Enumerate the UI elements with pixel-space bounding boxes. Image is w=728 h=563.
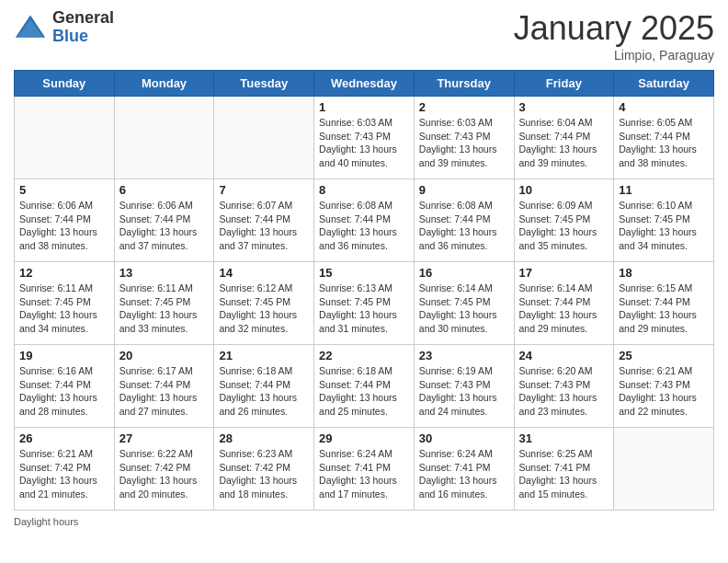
cell-info: Sunrise: 6:18 AMSunset: 7:44 PMDaylight:… [219, 364, 309, 419]
calendar-cell: 31Sunrise: 6:25 AMSunset: 7:41 PMDayligh… [514, 428, 614, 511]
cell-info: Sunrise: 6:25 AMSunset: 7:41 PMDaylight:… [519, 447, 609, 501]
week-row-2: 5Sunrise: 6:06 AMSunset: 7:44 PMDaylight… [15, 179, 714, 262]
cell-date: 24 [519, 349, 609, 362]
week-row-1: 1Sunrise: 6:03 AMSunset: 7:43 PMDaylight… [15, 97, 714, 179]
cell-date: 3 [519, 100, 609, 114]
footer: Daylight hours [14, 516, 714, 527]
day-header-tuesday: Tuesday [214, 71, 314, 97]
cell-info: Sunrise: 6:08 AMSunset: 7:44 PMDaylight:… [319, 199, 409, 253]
calendar-cell: 14Sunrise: 6:12 AMSunset: 7:45 PMDayligh… [214, 262, 314, 345]
svg-marker-1 [17, 19, 44, 38]
calendar-cell: 13Sunrise: 6:11 AMSunset: 7:45 PMDayligh… [114, 262, 214, 345]
week-row-4: 19Sunrise: 6:16 AMSunset: 7:44 PMDayligh… [15, 345, 714, 428]
cell-info: Sunrise: 6:11 AMSunset: 7:45 PMDaylight:… [19, 282, 109, 336]
cell-date: 27 [119, 431, 210, 445]
calendar-cell: 19Sunrise: 6:16 AMSunset: 7:44 PMDayligh… [15, 345, 115, 428]
cell-info: Sunrise: 6:11 AMSunset: 7:45 PMDaylight:… [119, 282, 210, 336]
logo-blue-text: Blue [52, 28, 114, 46]
days-header-row: SundayMondayTuesdayWednesdayThursdayFrid… [15, 71, 714, 97]
cell-info: Sunrise: 6:06 AMSunset: 7:44 PMDaylight:… [19, 199, 109, 253]
calendar-cell: 16Sunrise: 6:14 AMSunset: 7:45 PMDayligh… [414, 262, 514, 345]
cell-date: 5 [19, 183, 109, 197]
cell-date: 1 [319, 100, 409, 114]
cell-date: 13 [119, 266, 210, 280]
title-area: January 2025 Limpio, Paraguay [514, 9, 714, 63]
cell-info: Sunrise: 6:08 AMSunset: 7:44 PMDaylight:… [419, 199, 509, 253]
calendar-title: January 2025 [514, 9, 714, 48]
logo-icon [14, 11, 47, 44]
calendar-cell: 8Sunrise: 6:08 AMSunset: 7:44 PMDaylight… [314, 179, 415, 262]
cell-date: 16 [419, 266, 509, 280]
calendar-cell [114, 97, 214, 179]
cell-date: 17 [519, 266, 609, 280]
calendar-cell: 20Sunrise: 6:17 AMSunset: 7:44 PMDayligh… [114, 345, 214, 428]
cell-info: Sunrise: 6:04 AMSunset: 7:44 PMDaylight:… [519, 116, 609, 170]
calendar-cell: 24Sunrise: 6:20 AMSunset: 7:43 PMDayligh… [514, 345, 614, 428]
cell-date: 25 [619, 349, 709, 362]
day-header-friday: Friday [514, 71, 614, 97]
calendar-cell: 6Sunrise: 6:06 AMSunset: 7:44 PMDaylight… [114, 179, 214, 262]
calendar-cell: 9Sunrise: 6:08 AMSunset: 7:44 PMDaylight… [414, 179, 514, 262]
calendar-cell: 29Sunrise: 6:24 AMSunset: 7:41 PMDayligh… [314, 428, 415, 511]
calendar-cell: 3Sunrise: 6:04 AMSunset: 7:44 PMDaylight… [514, 97, 614, 179]
cell-info: Sunrise: 6:10 AMSunset: 7:45 PMDaylight:… [619, 199, 709, 253]
calendar-cell: 21Sunrise: 6:18 AMSunset: 7:44 PMDayligh… [214, 345, 314, 428]
cell-date: 18 [619, 266, 709, 280]
cell-date: 20 [119, 349, 210, 362]
calendar-cell: 30Sunrise: 6:24 AMSunset: 7:41 PMDayligh… [414, 428, 514, 511]
cell-info: Sunrise: 6:18 AMSunset: 7:44 PMDaylight:… [319, 364, 409, 419]
cell-info: Sunrise: 6:05 AMSunset: 7:44 PMDaylight:… [619, 116, 709, 170]
cell-info: Sunrise: 6:13 AMSunset: 7:45 PMDaylight:… [319, 282, 409, 336]
cell-info: Sunrise: 6:07 AMSunset: 7:44 PMDaylight:… [219, 199, 309, 253]
cell-date: 23 [419, 349, 509, 362]
calendar-cell: 27Sunrise: 6:22 AMSunset: 7:42 PMDayligh… [114, 428, 214, 511]
cell-info: Sunrise: 6:16 AMSunset: 7:44 PMDaylight:… [19, 364, 109, 419]
cell-info: Sunrise: 6:15 AMSunset: 7:44 PMDaylight:… [619, 282, 709, 336]
cell-date: 7 [219, 183, 309, 197]
cell-info: Sunrise: 6:23 AMSunset: 7:42 PMDaylight:… [219, 447, 309, 501]
daylight-label: Daylight hours [14, 516, 78, 527]
cell-info: Sunrise: 6:22 AMSunset: 7:42 PMDaylight:… [119, 447, 210, 501]
calendar-cell: 15Sunrise: 6:13 AMSunset: 7:45 PMDayligh… [314, 262, 415, 345]
cell-date: 12 [19, 266, 109, 280]
day-header-monday: Monday [114, 71, 214, 97]
logo-text: General Blue [52, 9, 114, 46]
cell-date: 15 [319, 266, 409, 280]
week-row-3: 12Sunrise: 6:11 AMSunset: 7:45 PMDayligh… [15, 262, 714, 345]
cell-date: 21 [219, 349, 309, 362]
calendar-cell [614, 428, 714, 511]
cell-info: Sunrise: 6:21 AMSunset: 7:42 PMDaylight:… [19, 447, 109, 501]
day-header-thursday: Thursday [414, 71, 514, 97]
calendar-cell: 18Sunrise: 6:15 AMSunset: 7:44 PMDayligh… [614, 262, 714, 345]
logo: General Blue [14, 9, 114, 46]
cell-date: 8 [319, 183, 409, 197]
calendar-cell: 7Sunrise: 6:07 AMSunset: 7:44 PMDaylight… [214, 179, 314, 262]
calendar-cell: 12Sunrise: 6:11 AMSunset: 7:45 PMDayligh… [15, 262, 115, 345]
cell-date: 26 [19, 431, 109, 445]
cell-date: 9 [419, 183, 509, 197]
calendar-cell: 4Sunrise: 6:05 AMSunset: 7:44 PMDaylight… [614, 97, 714, 179]
cell-date: 30 [419, 431, 509, 445]
calendar-cell: 22Sunrise: 6:18 AMSunset: 7:44 PMDayligh… [314, 345, 415, 428]
cell-info: Sunrise: 6:24 AMSunset: 7:41 PMDaylight:… [419, 447, 509, 501]
calendar-cell: 17Sunrise: 6:14 AMSunset: 7:44 PMDayligh… [514, 262, 614, 345]
cell-info: Sunrise: 6:21 AMSunset: 7:43 PMDaylight:… [619, 364, 709, 419]
calendar-cell: 1Sunrise: 6:03 AMSunset: 7:43 PMDaylight… [314, 97, 415, 179]
calendar-table: SundayMondayTuesdayWednesdayThursdayFrid… [14, 70, 714, 511]
cell-info: Sunrise: 6:14 AMSunset: 7:44 PMDaylight:… [519, 282, 609, 336]
calendar-cell: 26Sunrise: 6:21 AMSunset: 7:42 PMDayligh… [15, 428, 115, 511]
logo-general-text: General [52, 9, 114, 28]
cell-info: Sunrise: 6:03 AMSunset: 7:43 PMDaylight:… [419, 116, 509, 170]
day-header-sunday: Sunday [15, 71, 115, 97]
cell-date: 29 [319, 431, 409, 445]
cell-date: 28 [219, 431, 309, 445]
cell-date: 10 [519, 183, 609, 197]
cell-info: Sunrise: 6:09 AMSunset: 7:45 PMDaylight:… [519, 199, 609, 253]
cell-date: 22 [319, 349, 409, 362]
cell-info: Sunrise: 6:19 AMSunset: 7:43 PMDaylight:… [419, 364, 509, 419]
cell-info: Sunrise: 6:24 AMSunset: 7:41 PMDaylight:… [319, 447, 409, 501]
calendar-cell: 5Sunrise: 6:06 AMSunset: 7:44 PMDaylight… [15, 179, 115, 262]
calendar-cell: 25Sunrise: 6:21 AMSunset: 7:43 PMDayligh… [614, 345, 714, 428]
cell-info: Sunrise: 6:12 AMSunset: 7:45 PMDaylight:… [219, 282, 309, 336]
calendar-cell [15, 97, 115, 179]
